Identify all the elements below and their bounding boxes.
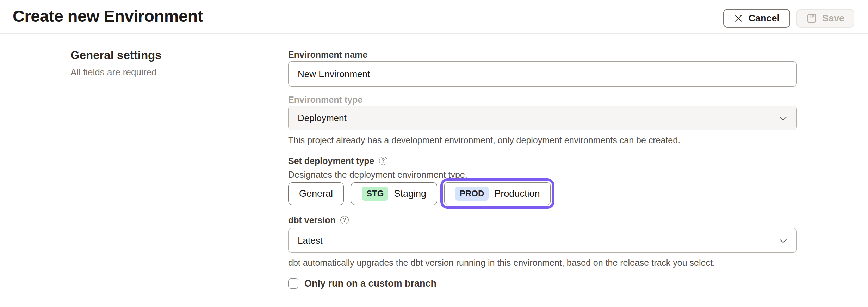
environment-type-label: Environment type	[288, 95, 797, 104]
deployment-type-helper: Designates the deployment environment ty…	[288, 170, 797, 180]
production-badge: PROD	[455, 187, 489, 201]
save-button-label: Save	[822, 13, 844, 24]
staging-badge: STG	[362, 187, 388, 201]
environment-type-helper: This project already has a development e…	[288, 135, 797, 145]
help-circle-icon[interactable]: ?	[379, 157, 388, 165]
environment-name-label: Environment name	[288, 50, 797, 59]
chevron-down-icon	[779, 113, 787, 124]
deployment-option-general[interactable]: General	[288, 182, 344, 205]
section-heading: General settings	[70, 49, 268, 62]
header-actions: Cancel Save	[723, 9, 854, 28]
environment-form: Environment name Environment type Deploy…	[288, 34, 797, 289]
dbt-version-helper: dbt automatically upgrades the dbt versi…	[288, 258, 797, 268]
dbt-version-value: Latest	[298, 235, 323, 246]
section-subheading: All fields are required	[70, 67, 268, 77]
deployment-option-general-label: General	[299, 188, 333, 199]
floppy-disk-icon	[806, 13, 817, 24]
deployment-type-label-text: Set deployment type	[288, 156, 374, 165]
x-icon	[734, 14, 743, 23]
deployment-type-options: General STG Staging PROD Production	[288, 182, 797, 205]
environment-name-input[interactable]	[288, 61, 797, 87]
page-title: Create new Environment	[13, 6, 203, 26]
environment-type-value: Deployment	[298, 113, 347, 124]
custom-branch-label[interactable]: Only run on a custom branch	[304, 278, 436, 289]
deployment-option-staging-label: Staging	[394, 188, 426, 199]
dbt-version-label: dbt version ?	[288, 215, 797, 225]
help-circle-icon[interactable]: ?	[340, 216, 349, 224]
custom-branch-row: Only run on a custom branch	[288, 278, 797, 289]
save-button[interactable]: Save	[796, 9, 854, 28]
cancel-button-label: Cancel	[748, 13, 780, 24]
environment-type-select[interactable]: Deployment	[288, 106, 797, 130]
cancel-button[interactable]: Cancel	[723, 9, 790, 28]
deployment-option-production-label: Production	[494, 188, 540, 199]
deployment-option-production[interactable]: PROD Production	[444, 182, 551, 205]
deployment-option-staging[interactable]: STG Staging	[351, 182, 437, 205]
deployment-type-label: Set deployment type ?	[288, 156, 797, 165]
dbt-version-select[interactable]: Latest	[288, 228, 797, 253]
custom-branch-checkbox[interactable]	[288, 278, 298, 289]
settings-section-header: General settings All fields are required	[70, 49, 268, 77]
dbt-version-label-text: dbt version	[288, 215, 336, 225]
page-header: Create new Environment Cancel Save	[0, 0, 868, 34]
chevron-down-icon	[779, 235, 787, 246]
